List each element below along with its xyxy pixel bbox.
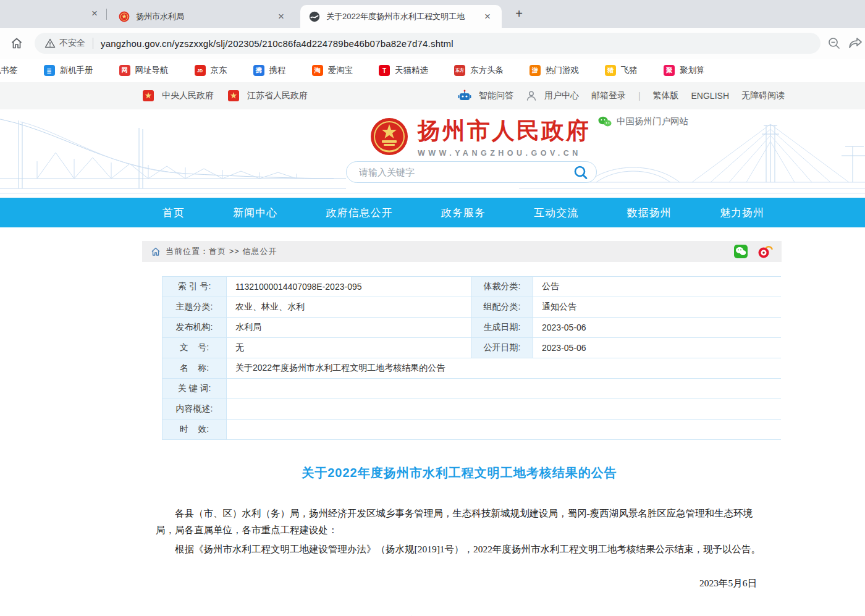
nav-item[interactable]: 互动交流 <box>529 206 583 220</box>
site-title: 扬州市人民政府 <box>418 116 591 146</box>
bookmark-label: 东方头条 <box>470 65 504 76</box>
article-paragraph: 各县（市、区）水利（务）局，扬州经济开发区城乡事务管理局，生态科技新城规划建设局… <box>156 505 763 538</box>
tab-partial[interactable]: × <box>86 6 103 22</box>
tab-shuiliju[interactable]: 扬州市水利局 × <box>110 5 295 28</box>
bookmark-item[interactable]: 网网址导航 <box>116 63 172 78</box>
site-banner: 扬州市人民政府 WWW.YANGZHOU.GOV.CN 中国扬州门户网站 <box>0 109 865 198</box>
table-label-cell: 文 号: <box>162 338 227 358</box>
gov-portal-link[interactable]: 中央人民政府 <box>142 90 214 102</box>
site-logo[interactable]: 扬州市人民政府 WWW.YANGZHOU.GOV.CN <box>369 116 591 158</box>
bookmark-item[interactable]: ≣新机手册 <box>40 63 97 78</box>
browser-tab-bar: × 扬州市水利局 × 关于2022年度扬州市水利工程文明工地 × + <box>0 0 865 28</box>
bookmark-favicon-icon: 东方 <box>454 65 465 76</box>
security-label[interactable]: 不安全 <box>59 38 85 49</box>
bookmark-item[interactable]: 聚聚划算 <box>660 63 709 78</box>
bookmark-label: 聚划算 <box>680 65 705 76</box>
article: 关于2022年度扬州市水利工程文明工地考核结果的公告 各县（市、区）水利（务）局… <box>142 465 782 616</box>
search-icon <box>573 164 589 180</box>
nav-item[interactable]: 政府信息公开 <box>321 206 398 220</box>
breadcrumb-home-link[interactable]: 首页 <box>209 247 226 256</box>
table-row: 索 引 号:11321000014407098E-2023-095体裁分类:公告 <box>162 277 780 297</box>
bookmark-item[interactable]: 携携程 <box>250 63 290 78</box>
bookmark-item[interactable]: 猪飞猪 <box>601 63 641 78</box>
gov-tool-link[interactable]: 繁体版 <box>653 90 679 101</box>
gov-tool-link[interactable]: 无障碍阅读 <box>741 90 785 101</box>
bookmark-item[interactable]: 淘爱淘宝 <box>308 63 357 78</box>
table-label-cell: 时 效: <box>162 420 227 439</box>
table-label-cell: 公开日期: <box>471 338 533 358</box>
tab-separator <box>106 9 107 20</box>
bookmark-label: 机书签 <box>0 65 18 76</box>
bookmark-item[interactable]: 机书签 <box>0 63 22 78</box>
nav-item[interactable]: 魅力扬州 <box>715 206 769 220</box>
table-value-cell: 关于2022年度扬州市水利工程文明工地考核结果的公告 <box>227 358 782 378</box>
bookmark-item[interactable]: T天猫精选 <box>375 63 432 78</box>
table-value-cell <box>227 399 782 419</box>
home-icon[interactable] <box>7 34 26 53</box>
gov-tool-robot[interactable]: 智能问答 <box>458 90 513 102</box>
search-input[interactable] <box>359 167 570 177</box>
bookmark-favicon-icon: ≣ <box>44 65 55 76</box>
site-url: WWW.YANGZHOU.GOV.CN <box>418 149 591 158</box>
table-row: 文 号:无公开日期:2023-05-06 <box>162 338 780 358</box>
gov-link-label: 中央人民政府 <box>162 90 214 101</box>
gov-emblem-favicon <box>119 11 130 22</box>
table-value-cell <box>227 379 782 399</box>
wechat-share-icon[interactable] <box>733 244 748 259</box>
gov-tool-label: 邮箱登录 <box>591 90 626 101</box>
table-value-cell: 农业、林业、水利 <box>227 297 471 317</box>
gov-tool-label: 繁体版 <box>653 90 679 101</box>
table-value-cell: 11321000014407098E-2023-095 <box>227 277 471 297</box>
table-label-cell: 关 键 词: <box>162 379 227 399</box>
share-icon[interactable] <box>848 36 864 51</box>
gov-portal-link[interactable]: 江苏省人民政府 <box>227 90 308 102</box>
tab-active-announcement[interactable]: 关于2022年度扬州市水利工程文明工地 × <box>300 5 502 28</box>
bookmark-item[interactable]: JD京东 <box>191 63 231 78</box>
breadcrumb: 当前位置：首页 >> 信息公开 <box>142 241 782 262</box>
nav-item[interactable]: 首页 <box>158 206 190 220</box>
table-label-cell: 主题分类: <box>162 297 227 317</box>
table-value-cell: 无 <box>227 338 471 358</box>
url-text[interactable]: yangzhou.gov.cn/yzszxxgk/slj/202305/210c… <box>101 38 454 49</box>
nav-item[interactable]: 数据扬州 <box>622 206 677 220</box>
not-secure-warning-icon[interactable] <box>44 38 56 49</box>
table-label-cell: 索 引 号: <box>162 277 227 297</box>
nav-item[interactable]: 新闻中心 <box>228 206 282 220</box>
tab-close-icon[interactable]: × <box>273 9 289 25</box>
wechat-bubbles-icon <box>598 116 612 127</box>
bookmark-item[interactable]: 东方东方头条 <box>450 63 507 78</box>
bookmark-favicon-icon: 游 <box>530 65 541 76</box>
portal-label: 中国扬州门户网站 <box>598 116 688 127</box>
gov-tool-person[interactable]: 用户中心 <box>526 90 579 101</box>
nav-item[interactable]: 政务服务 <box>436 206 491 220</box>
gov-top-bar: 中央人民政府江苏省人民政府 智能问答用户中心邮箱登录|繁体版ENGLISH无障碍… <box>0 82 865 109</box>
gov-tool-link[interactable]: 邮箱登录 <box>591 90 626 101</box>
table-value-cell: 水利局 <box>227 318 471 337</box>
bookmark-favicon-icon: JD <box>195 65 206 76</box>
table-label-cell: 名 称: <box>162 358 227 378</box>
site-search <box>346 161 597 183</box>
weibo-share-icon[interactable] <box>757 244 773 259</box>
zoom-out-icon[interactable] <box>827 36 842 51</box>
new-tab-button[interactable]: + <box>510 6 528 23</box>
gov-tool-label: ENGLISH <box>691 91 729 101</box>
gov-tool-label: 无障碍阅读 <box>741 90 785 101</box>
article-body: 各县（市、区）水利（务）局，扬州经济开发区城乡事务管理局，生态科技新城规划建设局… <box>156 505 763 557</box>
table-row: 关 键 词: <box>162 379 780 399</box>
bookmarks-bar: 机书签≣新机手册网网址导航JD京东携携程淘爱淘宝T天猫精选东方东方头条游热门游戏… <box>0 59 865 82</box>
bookmark-favicon-icon: 携 <box>253 65 264 76</box>
omnibox-divider <box>93 38 93 49</box>
search-button[interactable] <box>570 163 591 182</box>
gov-tool-link[interactable]: ENGLISH <box>691 91 729 101</box>
tab-close-icon[interactable]: × <box>479 9 496 25</box>
tab-close-icon[interactable]: × <box>86 6 103 22</box>
gov-tools-divider: | <box>638 91 641 101</box>
breadcrumb-section-link[interactable]: 信息公开 <box>242 247 277 256</box>
bookmark-item[interactable]: 游热门游戏 <box>526 63 583 78</box>
bookmark-favicon-icon: 猪 <box>605 65 616 76</box>
gov-tools: 智能问答用户中心邮箱登录|繁体版ENGLISH无障碍阅读 <box>445 90 785 102</box>
gov-emblem-icon <box>142 90 158 102</box>
address-bar[interactable]: 不安全 yangzhou.gov.cn/yzszxxgk/slj/202305/… <box>35 33 821 54</box>
tab-title: 扬州市水利局 <box>136 11 273 22</box>
gov-tool-label: 用户中心 <box>544 90 579 101</box>
